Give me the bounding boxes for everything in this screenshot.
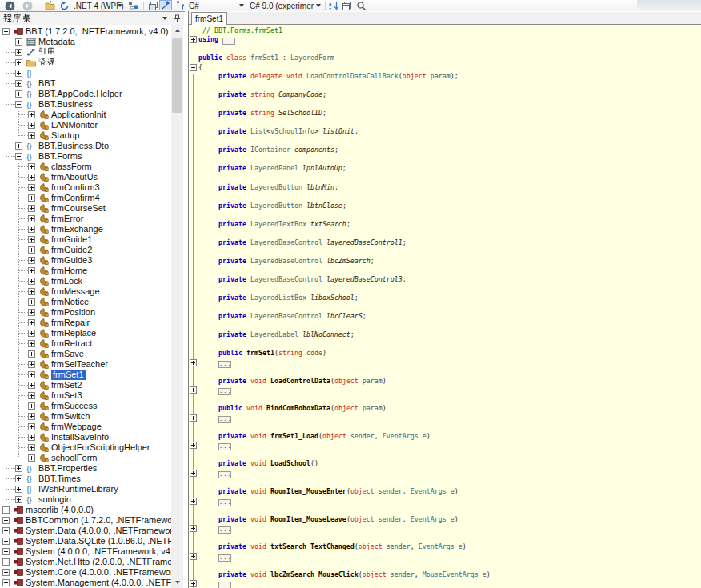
tree-item[interactable]: mscorlib (4.0.0.0) — [0, 505, 171, 515]
tree-item-label[interactable]: frmGuide2 — [51, 245, 92, 255]
tree-item[interactable] — [0, 47, 171, 58]
tree-item-label[interactable]: System (4.0.0.0, .NETFramework, v4.0) — [26, 546, 171, 557]
tree-expander[interactable] — [28, 392, 35, 399]
tree-expander[interactable] — [15, 101, 22, 108]
pane-pin-icon[interactable] — [173, 13, 181, 24]
fold-expand-box[interactable] — [190, 359, 197, 366]
tree-expander[interactable] — [28, 330, 35, 337]
tree-item-label[interactable]: frmNotice — [51, 297, 89, 307]
tree-item[interactable]: {}- — [0, 68, 171, 78]
tree-item[interactable] — [0, 58, 171, 68]
language-select-caret-icon[interactable] — [238, 0, 245, 11]
version-select[interactable]: C# 9.0 (experimer — [250, 0, 314, 11]
tree-expander[interactable] — [2, 569, 10, 576]
tree-expander[interactable] — [28, 246, 35, 254]
tree-item-label[interactable]: BBT (1.7.2.0, .NETFramework, v4.0) — [26, 26, 168, 37]
tree-item-label[interactable] — [38, 47, 55, 58]
tree-item-label[interactable]: frmCourseSet — [51, 203, 106, 214]
tree-expander[interactable] — [15, 142, 22, 150]
tree-expander[interactable] — [2, 517, 10, 524]
cascade-windows-button[interactable] — [147, 0, 159, 11]
tree-item-label[interactable]: frmGuide3 — [51, 255, 92, 266]
tree-expander[interactable] — [15, 80, 22, 87]
fold-expand-box[interactable] — [190, 386, 197, 394]
tree-expander[interactable] — [2, 527, 10, 534]
duplicate-view-button[interactable] — [341, 0, 352, 11]
tree-item-label[interactable]: frmExchange — [51, 224, 103, 234]
back-button[interactable] — [4, 0, 15, 11]
tree-expander[interactable] — [15, 496, 22, 503]
tree-item[interactable]: ApplicationInit — [0, 110, 171, 120]
tree-item[interactable]: frmNotice — [0, 297, 171, 307]
pin-active-button[interactable] — [159, 0, 172, 10]
tree-item-label[interactable]: Startup — [51, 130, 79, 141]
tree-item[interactable]: frmLock — [0, 276, 171, 286]
tree-expander[interactable] — [28, 444, 35, 451]
tree-item-label[interactable]: BBT.Forms — [38, 151, 82, 162]
tree-item[interactable]: frmReplace — [0, 328, 171, 338]
tree-item[interactable]: frmSet2 — [0, 380, 171, 390]
open-file-button[interactable] — [44, 0, 56, 11]
tree-item-label[interactable]: frmGuide1 — [51, 234, 92, 245]
tree-item[interactable]: frmConfirm4 — [0, 193, 171, 203]
fold-expand-box[interactable] — [190, 470, 197, 477]
tree-expander[interactable] — [28, 413, 35, 420]
tree-expander[interactable] — [28, 174, 35, 181]
tree-item-label[interactable]: frmSet3 — [51, 390, 82, 401]
tree-expander[interactable] — [28, 319, 35, 326]
tree-expander[interactable] — [28, 278, 35, 285]
tree-expander[interactable] — [28, 288, 35, 295]
tree-item[interactable]: LANMonitor — [0, 120, 171, 130]
tree-item-label[interactable]: System.Net.Http (2.0.0.0, .NETFramework,… — [26, 557, 171, 567]
tree-item-label[interactable]: sunlogin — [38, 494, 71, 505]
tree-item[interactable]: classForm — [0, 162, 171, 172]
tree-item[interactable]: frmSet3 — [0, 390, 171, 401]
tree-item-label[interactable]: - — [38, 68, 42, 78]
tree-item-label[interactable]: IWshRuntimeLibrary — [38, 484, 118, 494]
tree-item-label[interactable]: frmRepair — [51, 318, 90, 328]
tree-item[interactable]: BBTCommon (1.7.2.0, .NETFramework, v4.0) — [0, 515, 171, 526]
code-editor[interactable]: // BBT.Forms.frmSet1using ...public clas… — [189, 25, 701, 588]
tree-item[interactable]: frmRepair — [0, 318, 171, 328]
tree-expander[interactable] — [28, 122, 35, 129]
tree-item-label[interactable]: frmError — [51, 214, 83, 224]
fold-expand-box[interactable] — [190, 414, 197, 422]
tree-scrollbar[interactable] — [171, 25, 183, 588]
tree-item-label[interactable]: ApplicationInit — [51, 110, 106, 120]
tree-expander[interactable] — [28, 309, 35, 316]
tree-item-label[interactable]: System.Core (4.0.0.0, .NETFramework, v4.… — [26, 567, 171, 578]
tree-expander[interactable] — [28, 434, 35, 441]
tree-item[interactable]: {}IWshRuntimeLibrary — [0, 484, 171, 494]
tree-expander[interactable] — [28, 267, 35, 274]
tree-item[interactable]: frmSelTeacher — [0, 359, 171, 370]
tree-item[interactable]: {}BBT.Properties — [0, 463, 171, 474]
tree-expander[interactable] — [28, 298, 35, 306]
tree-item[interactable]: frmHome — [0, 266, 171, 276]
tree-item-label[interactable]: BBT.Business — [38, 99, 93, 110]
language-select[interactable]: C# — [189, 0, 199, 11]
tree-expander[interactable] — [2, 579, 10, 586]
fold-collapse-box[interactable] — [190, 64, 197, 71]
tree-item-label[interactable]: BBT.AppCode.Helper — [38, 89, 122, 99]
tree-item-label[interactable]: frmSwitch — [51, 411, 90, 422]
tree-item-label[interactable]: BBTCommon (1.7.2.0, .NETFramework, v4.0) — [26, 515, 171, 526]
tree-expander[interactable] — [2, 28, 10, 35]
tree-item-label[interactable]: frmReplace — [51, 328, 96, 338]
tree-expander[interactable] — [28, 454, 35, 462]
tree-item-label[interactable] — [38, 58, 55, 68]
tree-item-label[interactable]: System.Data (4.0.0.0, .NETFramework, v4.… — [26, 526, 171, 536]
tree-item-label[interactable]: System.Management (4.0.0.0, .NETFramewor… — [26, 578, 171, 588]
tree-item[interactable]: frmSuccess — [0, 401, 171, 411]
tree-expander[interactable] — [28, 382, 35, 389]
tree-item-label[interactable]: Metadata — [38, 37, 75, 47]
tree-item-label[interactable]: frmAboutUs — [51, 172, 98, 182]
tree-expander[interactable] — [28, 226, 35, 233]
tree-expander[interactable] — [15, 90, 22, 98]
tree-item-label[interactable]: BBT.Business.Dto — [38, 141, 109, 151]
tree-item[interactable]: frmConfirm3 — [0, 182, 171, 193]
version-select-caret-icon[interactable] — [315, 0, 322, 11]
tree-item-label[interactable]: frmHome — [51, 266, 87, 276]
tree-item-label[interactable]: frmSave — [51, 349, 84, 359]
tree-item[interactable]: Startup — [0, 130, 171, 141]
tree-item[interactable]: frmGuide3 — [0, 255, 171, 266]
